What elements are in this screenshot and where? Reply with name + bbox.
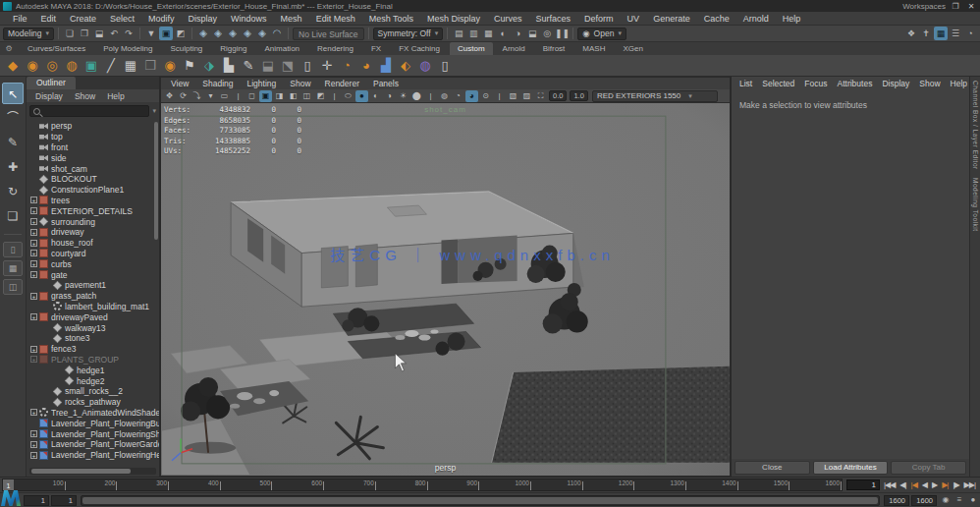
time-slider[interactable]: 1 10020030040050060070080090010001100120… [2, 479, 843, 491]
open-scene-icon[interactable]: ❐ [78, 27, 91, 40]
outliner-item[interactable]: + EXTERIOR_DETAILS [28, 205, 159, 216]
save-scene-icon[interactable]: ⬓ [92, 27, 106, 40]
shelf-tab[interactable]: Rendering [309, 42, 361, 55]
viewport-canvas[interactable]: 技艺CG ｜ www.qdnxxfb.cn Verts: 4348832 0 0… [161, 103, 730, 476]
expand-toggle-icon[interactable]: + [30, 409, 37, 416]
outliner-item[interactable]: + hedge1 [28, 365, 159, 375]
attribute-editor-menu-item[interactable]: List [735, 79, 757, 88]
flat-lighting-icon[interactable]: ◐ [369, 90, 382, 102]
outliner-item[interactable]: + courtyard [28, 249, 159, 259]
close-button[interactable]: ✕ [965, 2, 977, 11]
playback-start-field[interactable]: 1 [51, 495, 77, 506]
menu-item[interactable]: Mesh [274, 12, 309, 26]
menu-item[interactable]: File [6, 12, 34, 26]
outliner-menu-item[interactable]: Help [102, 91, 129, 101]
outliner-item[interactable]: + Tree_1_AnimatedWindShader1 [28, 408, 159, 419]
range-slider-bar[interactable] [82, 497, 878, 504]
outliner-item[interactable]: + rocks_pathway [28, 397, 159, 408]
field-chart-icon[interactable]: ◔ [452, 90, 464, 102]
ipr-render-icon[interactable]: ▦ [481, 27, 495, 40]
attribute-editor-menu-item[interactable]: Help [946, 79, 972, 88]
make-live-icon[interactable]: ◠ [270, 27, 284, 40]
use-all-lights-icon[interactable]: ● [355, 90, 368, 102]
outliner-item[interactable]: + ConstructionPlane1 [28, 185, 159, 196]
shadows-icon[interactable]: ◫ [300, 90, 313, 102]
snap-curve-icon[interactable]: ◈ [211, 27, 225, 40]
snap-projected-center-icon[interactable]: ◈ [241, 27, 254, 40]
persp-outliner-layout-button[interactable]: ◫ [3, 279, 23, 295]
attribute-editor-menu-item[interactable]: Attributes [832, 79, 877, 88]
expand-toggle-icon[interactable]: + [30, 229, 37, 236]
film-gate-icon[interactable]: ⛶ [534, 90, 547, 102]
viewport-menu-item[interactable]: Shading [196, 79, 239, 88]
search-filter-arrow-icon[interactable]: ▾ [152, 107, 156, 115]
shelf-tab[interactable]: Rigging [212, 42, 254, 55]
no-lights-icon[interactable]: ◑ [383, 90, 396, 102]
snap-grid-icon[interactable]: ◈ [196, 27, 210, 40]
expand-toggle-icon[interactable]: + [30, 293, 37, 300]
exposure-field[interactable]: 0.0 [549, 90, 567, 101]
outliner-item[interactable]: + gate [28, 269, 159, 280]
shelf-tab[interactable]: MASH [574, 42, 613, 55]
attribute-editor-button[interactable]: Load Attributes [813, 461, 889, 475]
shelf-tab[interactable]: Sculpting [162, 42, 210, 55]
single-pane-layout-button[interactable]: ▯ [3, 242, 23, 257]
side-tab[interactable]: Modeling Toolkit [972, 178, 979, 232]
outliner-vertical-scrollbar[interactable] [154, 122, 158, 240]
rotate-tool[interactable]: ↻ [2, 181, 24, 202]
menu-set-dropdown[interactable]: Modeling ▾ [3, 28, 54, 40]
go-to-end-button[interactable]: ▶▶| [962, 479, 977, 492]
anim-layer-icon[interactable]: ≡ [953, 494, 966, 506]
outliner-item[interactable]: + drivewayPaved [28, 311, 159, 322]
new-scene-icon[interactable]: ❏ [63, 27, 77, 40]
go-to-start-button[interactable]: |◀◀ [882, 479, 897, 492]
outliner-item[interactable]: + front [28, 142, 159, 153]
snap-point-icon[interactable]: ◈ [226, 27, 240, 40]
step-back-frame-button[interactable]: ◀| [898, 479, 907, 492]
sep[interactable]: | [328, 90, 341, 102]
outliner-item[interactable]: + hedge2 [28, 375, 159, 386]
menu-item[interactable]: Help [776, 12, 808, 26]
live-surface-field[interactable]: No Live Surface [293, 28, 363, 40]
playback-end-field[interactable]: 1600 [884, 495, 909, 506]
menu-item[interactable]: Edit [34, 12, 64, 26]
shadows-toggle-icon[interactable]: ☀ [397, 90, 409, 102]
outliner-item[interactable]: + Lavender_Plant_FlowerGarden3 [28, 439, 159, 450]
symmetry-dropdown[interactable]: Symmetry: Off ▾ [373, 28, 444, 40]
attribute-editor-button[interactable]: Close [735, 461, 810, 475]
select-camera-icon[interactable]: ✥ [163, 90, 176, 102]
camera-selector-dropdown[interactable]: RED EXTERIORS 1550 ▾ [592, 90, 718, 102]
shelf-tab[interactable]: Bifrost [535, 42, 573, 55]
four-pane-layout-button[interactable]: ▦ [3, 260, 23, 276]
outliner-item[interactable]: + lambert_building_mat1 [28, 302, 159, 312]
outliner-item[interactable]: + Lavender_Plant_FloweringHedge4 [28, 450, 159, 461]
attribute-editor-menu-item[interactable]: Focus [799, 79, 832, 88]
outliner-item[interactable]: + fence3 [28, 344, 159, 355]
lights-icon[interactable]: ◧ [287, 90, 299, 102]
expand-toggle-icon[interactable]: + [30, 218, 37, 225]
step-back-key-button[interactable]: |◀ [909, 479, 919, 492]
outliner-item[interactable]: + stone3 [28, 333, 159, 344]
timeline-tick[interactable]: 700 [324, 479, 376, 490]
gamma-field[interactable]: 1.0 [570, 90, 587, 101]
isolate-select-icon[interactable]: ◍ [438, 90, 451, 102]
gate-mask-icon[interactable]: ⊙ [479, 90, 492, 102]
arnold-render-icon[interactable]: ◎ [540, 27, 554, 40]
timeline-tick[interactable]: 600 [272, 479, 324, 490]
expand-toggle-icon[interactable]: + [30, 240, 37, 247]
expand-toggle-icon[interactable]: + [30, 197, 37, 203]
attribute-editor-menu-item[interactable]: Display [877, 79, 914, 88]
timeline-tick[interactable]: 1000 [479, 479, 531, 490]
expand-toggle-icon[interactable]: + [30, 441, 37, 448]
shelf-tab[interactable]: FX [363, 42, 389, 55]
auto-keyframe-icon[interactable]: ● [966, 494, 980, 506]
resolution-gate-icon[interactable]: ◕ [465, 90, 478, 102]
pause-viewport-icon[interactable]: ❚❚ [555, 27, 569, 40]
viewport-menu-item[interactable]: Panels [367, 79, 405, 88]
scale-tool[interactable]: ❏ [2, 205, 24, 227]
textured-icon[interactable]: ◨ [273, 90, 286, 102]
timeline-tick[interactable]: 1100 [531, 479, 583, 490]
timeline-tick[interactable]: 900 [428, 479, 480, 490]
shelf-tab[interactable]: Arnold [495, 42, 533, 55]
step-forward-key-button[interactable]: ▶| [940, 479, 950, 492]
